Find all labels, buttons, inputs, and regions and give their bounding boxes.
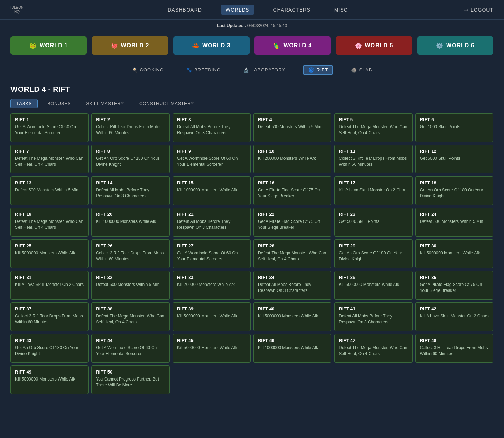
task-desc: Get An Orb Score Of 180 On Your Divine K… <box>339 250 408 262</box>
world-2-button[interactable]: 🐙 WORLD 2 <box>92 36 168 55</box>
task-number: RIFT 4 <box>258 117 327 122</box>
task-desc: Defeat All Mobs Before They Respawn On 3… <box>177 124 246 136</box>
task-desc: Kill A Lava Skull Monster On 2 Chars <box>15 282 84 288</box>
sec-nav-cooking[interactable]: 🍳 COOKING <box>128 66 168 74</box>
breeding-label: BREEDING <box>194 67 221 73</box>
tab-skill-mastery[interactable]: SKILL MASTERY <box>80 99 130 108</box>
task-card: RIFT 5Defeat The Mega Monster, Who Can S… <box>334 113 412 142</box>
task-desc: Get 5000 Skull Points <box>339 219 408 225</box>
nav-misc[interactable]: MISC <box>329 5 353 15</box>
breeding-icon: 🐾 <box>186 67 192 73</box>
task-desc: Defeat All Mobs Before They Respawn On 3… <box>96 187 165 199</box>
world-3-button[interactable]: 🦀 WORLD 3 <box>173 36 250 55</box>
task-number: RIFT 37 <box>15 306 84 312</box>
nav-worlds[interactable]: WORLDS <box>221 5 254 15</box>
task-card: RIFT 34Defeat All Mobs Before They Respa… <box>253 271 331 300</box>
task-card: RIFT 7Defeat The Mega Monster, Who Can S… <box>10 145 89 173</box>
task-desc: Defeat The Mega Monster, Who Can Self He… <box>339 345 408 357</box>
last-updated-bar: Last Updated : 04/03/2024, 15:15:43 <box>0 20 504 32</box>
task-number: RIFT 3 <box>177 117 246 122</box>
task-number: RIFT 31 <box>15 275 84 280</box>
task-card: RIFT 43Get An Orb Score Of 180 On Your D… <box>10 334 89 363</box>
task-desc: Get A Wormhole Score Of 60 On Your Eleme… <box>15 124 84 136</box>
world-5-button[interactable]: 🌸 WORLD 5 <box>336 36 412 55</box>
task-desc: Kill A Lava Skull Monster On 2 Chars <box>339 187 408 193</box>
task-card: RIFT 28Defeat The Mega Monster, Who Can … <box>253 239 331 268</box>
world-6-label: WORLD 6 <box>446 42 475 49</box>
world-5-icon: 🌸 <box>355 42 362 49</box>
task-number: RIFT 29 <box>339 243 408 248</box>
tab-construct-mastery[interactable]: CONSTRUCT MASTERY <box>133 99 200 108</box>
world-1-icon: 🐸 <box>29 42 37 49</box>
world-2-label: WORLD 2 <box>121 42 149 49</box>
nav-dashboard[interactable]: DASHBOARD <box>163 5 207 15</box>
tab-bonuses[interactable]: BONUSES <box>41 99 77 108</box>
task-number: RIFT 43 <box>15 338 84 343</box>
task-desc: Kill A Lava Skull Monster On 2 Chars <box>420 313 489 319</box>
task-desc: Get An Orb Score Of 180 On Your Divine K… <box>420 187 489 199</box>
logout-button[interactable]: ⇥ LOGOUT <box>464 7 493 13</box>
slab-icon: 🪨 <box>351 67 357 73</box>
sec-nav-laboratory[interactable]: 🔬 LABORATORY <box>239 66 289 74</box>
task-card: RIFT 46Kill 1000000 Monsters While Afk <box>253 334 331 363</box>
task-number: RIFT 13 <box>15 180 84 185</box>
task-number: RIFT 50 <box>96 369 165 375</box>
task-number: RIFT 47 <box>339 338 408 343</box>
world-6-icon: ⚙️ <box>436 42 443 49</box>
cooking-label: COOKING <box>140 67 164 73</box>
tab-tasks[interactable]: TASKS <box>10 99 38 108</box>
task-card: RIFT 23Get 5000 Skull Points <box>334 208 412 237</box>
world-1-button[interactable]: 🐸 WORLD 1 <box>10 36 87 55</box>
world-3-label: WORLD 3 <box>202 42 231 49</box>
task-number: RIFT 24 <box>420 212 489 217</box>
task-desc: Get An Orb Score Of 180 On Your Divine K… <box>96 156 165 167</box>
task-desc: Kill 5000000 Monsters While Afk <box>420 250 489 256</box>
task-desc: Get A Pirate Flag Score Of 75 On Your Si… <box>258 219 327 231</box>
task-number: RIFT 1 <box>15 117 84 122</box>
task-desc: Kill 5000000 Monsters While Afk <box>258 313 327 319</box>
slab-label: SLAB <box>359 67 372 73</box>
task-number: RIFT 46 <box>258 338 327 343</box>
task-card: RIFT 27Get A Wormhole Score Of 60 On You… <box>173 239 251 268</box>
worlds-bar: 🐸 WORLD 1 🐙 WORLD 2 🦀 WORLD 3 🦜 WORLD 4 … <box>0 32 504 60</box>
task-card: RIFT 35Kill 5000000 Monsters While Afk <box>334 271 412 300</box>
task-number: RIFT 10 <box>258 149 327 154</box>
world-1-label: WORLD 1 <box>40 42 68 49</box>
last-updated-value: 04/03/2024, 15:15:43 <box>247 23 287 28</box>
task-desc: Defeat The Mega Monster, Who Can Self He… <box>15 219 84 231</box>
tasks-grid: RIFT 1Get A Wormhole Score Of 60 On Your… <box>0 113 504 405</box>
task-number: RIFT 33 <box>177 275 246 280</box>
task-number: RIFT 5 <box>339 117 408 122</box>
nav-characters[interactable]: CHARACTERS <box>268 5 315 15</box>
task-desc: Kill 200000 Monsters While Afk <box>177 282 246 288</box>
laboratory-icon: 🔬 <box>243 67 249 73</box>
world-4-button[interactable]: 🦜 WORLD 4 <box>254 36 331 55</box>
sec-nav-breeding[interactable]: 🐾 BREEDING <box>182 66 225 74</box>
task-card: RIFT 20Kill 1000000 Monsters While Afk <box>91 208 169 237</box>
task-card: RIFT 24Defeat 500 Monsters Within 5 Min <box>415 208 493 237</box>
task-desc: Kill 5000000 Monsters While Afk <box>15 250 84 256</box>
task-desc: Collect 3 Rift Tear Drops From Mobs With… <box>339 156 408 167</box>
logo-line1: IDLEON <box>10 6 23 10</box>
task-desc: Get A Pirate Flag Score Of 75 On Your Si… <box>420 282 489 294</box>
task-card: RIFT 22Get A Pirate Flag Score Of 75 On … <box>253 208 331 237</box>
task-card: RIFT 1Get A Wormhole Score Of 60 On Your… <box>10 113 89 142</box>
task-card: RIFT 17Kill A Lava Skull Monster On 2 Ch… <box>334 176 412 205</box>
task-desc: Get A Wormhole Score Of 60 On Your Eleme… <box>177 156 246 167</box>
sec-nav-slab[interactable]: 🪨 SLAB <box>347 66 376 74</box>
rift-label: RIFT <box>316 67 328 73</box>
task-desc: Kill 1000000 Monsters While Afk <box>258 345 327 351</box>
laboratory-label: LABORATORY <box>251 67 285 73</box>
task-card: RIFT 41Defeat All Mobs Before They Respa… <box>334 302 412 331</box>
task-desc: Get A Wormhole Score Of 60 On Your Eleme… <box>177 250 246 262</box>
task-desc: Get 1000 Skull Points <box>420 124 489 130</box>
sec-nav-rift[interactable]: 🌀 RIFT <box>303 65 333 75</box>
task-number: RIFT 9 <box>177 149 246 154</box>
task-desc: Collect 3 Rift Tear Drops From Mobs With… <box>96 250 165 262</box>
task-card: RIFT 26Collect 3 Rift Tear Drops From Mo… <box>91 239 169 268</box>
logout-icon: ⇥ <box>464 7 469 13</box>
world-6-button[interactable]: ⚙️ WORLD 6 <box>417 36 493 55</box>
task-number: RIFT 7 <box>15 149 84 154</box>
task-number: RIFT 48 <box>420 338 489 343</box>
task-number: RIFT 36 <box>420 275 489 280</box>
